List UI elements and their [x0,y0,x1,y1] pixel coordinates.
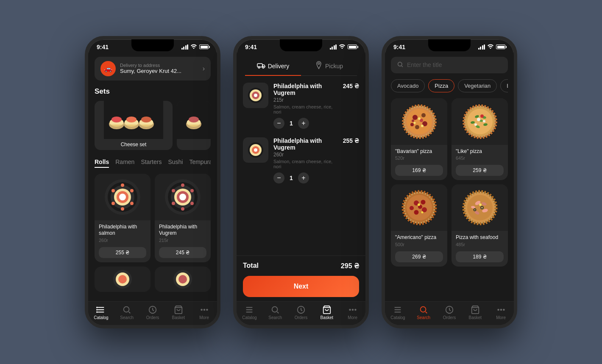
battery-icon-3 [496,44,505,49]
svg-point-72 [254,148,257,152]
catalog-icon-3 [393,305,402,314]
svg-point-143 [503,309,504,310]
bavarian-pizza-price[interactable]: 169 ₴ [395,165,443,176]
pizza-card-seafood[interactable]: Pizza with seafood 485r 189 ₴ [452,184,508,267]
total-label: Total [243,262,259,270]
chip-avocado[interactable]: Avocado [391,79,425,92]
bavarian-pizza-image [391,98,447,145]
tab-pickup[interactable]: Pickup [301,57,357,75]
pizza-card-americano[interactable]: "Americano" pizza 500r 269 ₴ [391,184,447,267]
nav3-search[interactable]: Search [411,305,437,320]
cheese-set-label: Cheese set [95,139,173,150]
sets-row: Cheese set [95,101,211,150]
search-icon-3 [397,61,404,69]
tab-ramen[interactable]: Ramen [115,158,134,168]
more-nav-icon [200,305,209,314]
svg-point-17 [189,117,199,122]
item-info-1: Philadelphia with salmon 260r [95,220,150,245]
svg-point-121 [421,211,423,214]
nav2-catalog[interactable]: Catalog [237,305,262,320]
nav3-orders-label: Orders [443,315,456,320]
more-icon-2 [348,305,357,314]
delivery-bar[interactable]: 🚗 Delivery to address Sumy, Geroyev Krut… [95,57,211,81]
nav-more[interactable]: More [191,305,217,320]
nav-catalog[interactable]: Catalog [88,305,114,320]
svg-point-25 [130,189,134,192]
svg-point-27 [121,207,124,211]
svg-point-51 [97,309,98,310]
nav3-basket[interactable]: Basket [462,305,488,320]
item-price-btn-1[interactable]: 255 ₴ [99,247,146,258]
chip-vegetarian[interactable]: Vegetarian [458,79,497,92]
phone-catalog: 9:41 🚗 Delivery to address Sum [85,36,220,328]
nav2-orders[interactable]: Orders [288,305,314,320]
svg-point-83 [407,109,432,134]
svg-point-77 [352,309,353,310]
nav2-basket[interactable]: Basket [314,305,340,320]
like-pizza-image [452,98,508,145]
nav2-search[interactable]: Search [262,305,288,320]
basket-nav-icon [174,305,183,314]
item-card-2[interactable]: Philadelphia with Vugrem 215r 245 ₴ [155,174,211,262]
notch-3 [428,39,471,51]
svg-point-142 [500,309,502,310]
item-card-1[interactable]: Philadelphia with salmon 260r 255 ₴ [95,174,150,262]
search-screen: Enter the title Avocado Pizza Vegetarian… [385,53,514,325]
tab-delivery-label: Delivery [268,63,290,69]
nav3-more[interactable]: More [488,305,514,320]
basket-icon-3 [471,305,480,314]
item-card-3[interactable] [95,267,150,292]
tab-tempura[interactable]: Tempura [189,158,211,168]
like-pizza-info: "Like" pizza 645r [452,145,508,163]
search-bar[interactable]: Enter the title [391,57,508,73]
americano-pizza-price[interactable]: 269 ₴ [395,251,443,262]
svg-point-107 [474,123,477,126]
set-card-2[interactable] [177,101,211,150]
cheese-set-image [95,101,173,139]
nav2-more[interactable]: More [340,305,365,320]
nav-orders[interactable]: Orders [140,305,166,320]
basket-content: Philadelphia with Vugrem 215r Salmon, cr… [237,83,365,256]
svg-point-40 [172,202,175,205]
search-content: Enter the title Avocado Pizza Vegetarian… [385,53,514,301]
basket-weight-1: 215r [273,97,338,103]
phone-search: 9:41 [382,36,517,328]
chip-pizza[interactable]: Pizza [428,79,454,92]
basket-thumb-2 [243,137,268,163]
seafood-pizza-price[interactable]: 189 ₴ [456,251,504,262]
status-icons [181,44,209,50]
svg-point-84 [412,115,418,120]
nav3-orders[interactable]: Orders [437,305,463,320]
tab-rolls[interactable]: Rolls [95,158,109,168]
notch [131,39,174,51]
next-button[interactable]: Next [243,276,359,297]
nav3-catalog[interactable]: Catalog [385,305,411,320]
nav3-more-label: More [496,315,506,320]
like-pizza-price[interactable]: 259 ₴ [456,165,504,176]
svg-point-50 [97,307,98,308]
qty-num-1: 1 [290,120,293,127]
svg-point-56 [201,309,202,310]
set-card-cheese[interactable]: Cheese set [95,101,173,150]
svg-point-141 [498,309,499,310]
item-image-4 [155,267,211,292]
qty-decrease-1[interactable]: − [273,118,284,129]
chip-burgers[interactable]: Burgers [500,79,508,92]
qty-increase-2[interactable]: + [298,172,309,183]
tab-starters[interactable]: Starters [141,158,162,168]
item-price-btn-2[interactable]: 245 ₴ [159,247,206,258]
nav-basket[interactable]: Basket [165,305,191,320]
tab-sushi[interactable]: Sushi [168,158,183,168]
item-card-4[interactable] [155,267,211,292]
tab-delivery[interactable]: Delivery [245,57,301,75]
qty-decrease-2[interactable]: − [273,172,284,183]
pizza-card-bavarian[interactable]: "Bavarian" pizza 520r 169 ₴ [391,98,447,181]
pizza-card-like[interactable]: "Like" pizza 645r 259 ₴ [452,98,508,181]
basket-controls-2: − 1 + [273,172,338,183]
status-icons-2 [330,44,357,50]
items-grid: Philadelphia with salmon 260r 255 ₴ [95,174,211,292]
nav-search[interactable]: Search [114,305,140,320]
qty-increase-1[interactable]: + [298,118,309,129]
pickup-tab-icon [315,61,323,71]
svg-point-98 [467,109,493,134]
